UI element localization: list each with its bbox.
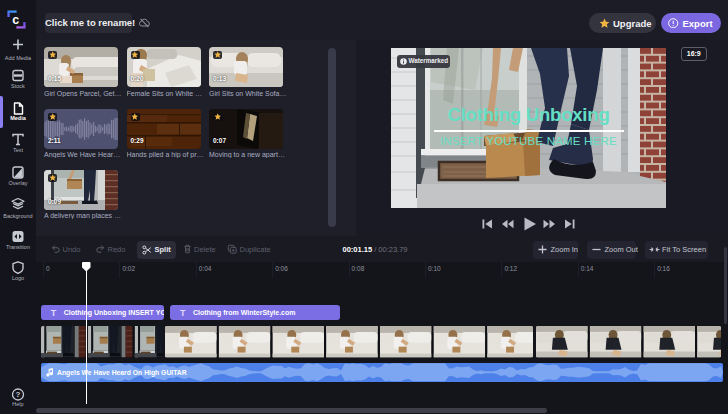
svg-text:?: ? xyxy=(16,390,21,399)
svg-text:c: c xyxy=(12,13,19,27)
